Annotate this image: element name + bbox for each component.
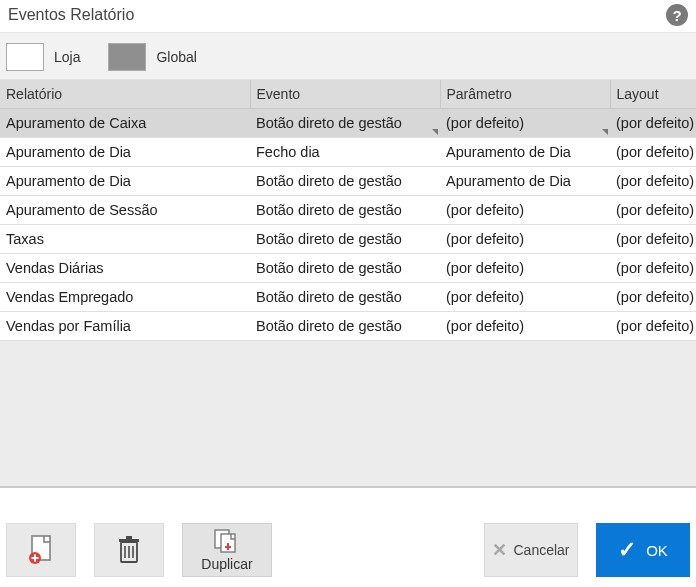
col-parametro[interactable]: Parâmetro	[440, 80, 610, 109]
scope-bar: Loja Global	[0, 33, 696, 80]
window-title: Eventos Relatório	[8, 6, 134, 24]
chevron-down-icon	[602, 129, 608, 135]
cell-layout[interactable]: (por defeito)	[610, 167, 696, 196]
table-area: Relatório Evento Parâmetro Layout Apuram…	[0, 80, 696, 488]
cancel-button[interactable]: ✕ Cancelar	[484, 523, 578, 577]
svg-rect-6	[126, 536, 132, 539]
cell-evento[interactable]: Fecho dia	[250, 138, 440, 167]
cell-layout[interactable]: (por defeito)	[610, 109, 696, 138]
scope-global[interactable]: Global	[108, 43, 196, 71]
reports-table: Relatório Evento Parâmetro Layout Apuram…	[0, 80, 696, 341]
svg-rect-5	[119, 539, 139, 542]
swatch-global	[108, 43, 146, 71]
cell-layout[interactable]: (por defeito)	[610, 225, 696, 254]
titlebar: Eventos Relatório ?	[0, 0, 696, 33]
scope-loja[interactable]: Loja	[6, 43, 80, 71]
col-relatorio[interactable]: Relatório	[0, 80, 250, 109]
cell-layout[interactable]: (por defeito)	[610, 254, 696, 283]
table-row[interactable]: Apuramento de SessãoBotão direto de gest…	[0, 196, 696, 225]
cell-relatorio[interactable]: Apuramento de Dia	[0, 138, 250, 167]
table-row[interactable]: Apuramento de DiaFecho diaApuramento de …	[0, 138, 696, 167]
table-row[interactable]: Vendas por FamíliaBotão direto de gestão…	[0, 312, 696, 341]
table-row[interactable]: Apuramento de DiaBotão direto de gestãoA…	[0, 167, 696, 196]
table-row[interactable]: Apuramento de CaixaBotão direto de gestã…	[0, 109, 696, 138]
cell-parametro[interactable]: (por defeito)	[440, 283, 610, 312]
ok-label: OK	[646, 542, 668, 559]
cell-layout[interactable]: (por defeito)	[610, 196, 696, 225]
cell-relatorio[interactable]: Apuramento de Dia	[0, 167, 250, 196]
chevron-down-icon	[432, 129, 438, 135]
table-body: Apuramento de CaixaBotão direto de gestã…	[0, 109, 696, 341]
cell-parametro[interactable]: (por defeito)	[440, 254, 610, 283]
cancel-x-icon: ✕	[492, 539, 507, 561]
table-header-row: Relatório Evento Parâmetro Layout	[0, 80, 696, 109]
cell-evento[interactable]: Botão direto de gestão	[250, 109, 440, 138]
ok-button[interactable]: ✓ OK	[596, 523, 690, 577]
cell-relatorio[interactable]: Apuramento de Sessão	[0, 196, 250, 225]
cell-relatorio[interactable]: Vendas Diárias	[0, 254, 250, 283]
duplicate-label: Duplicar	[201, 556, 252, 572]
help-icon[interactable]: ?	[666, 4, 688, 26]
cell-relatorio[interactable]: Vendas Empregado	[0, 283, 250, 312]
cell-parametro[interactable]: (por defeito)	[440, 312, 610, 341]
cell-evento[interactable]: Botão direto de gestão	[250, 167, 440, 196]
add-button[interactable]	[6, 523, 76, 577]
cell-parametro[interactable]: (por defeito)	[440, 225, 610, 254]
cell-parametro[interactable]: Apuramento de Dia	[440, 138, 610, 167]
trash-icon	[117, 536, 141, 564]
document-add-icon	[27, 534, 55, 566]
cell-layout[interactable]: (por defeito)	[610, 283, 696, 312]
cell-evento[interactable]: Botão direto de gestão	[250, 283, 440, 312]
cell-parametro[interactable]: Apuramento de Dia	[440, 167, 610, 196]
cell-parametro[interactable]: (por defeito)	[440, 196, 610, 225]
scope-global-label: Global	[156, 49, 196, 65]
cell-parametro[interactable]: (por defeito)	[440, 109, 610, 138]
col-layout[interactable]: Layout	[610, 80, 696, 109]
swatch-loja	[6, 43, 44, 71]
cell-evento[interactable]: Botão direto de gestão	[250, 312, 440, 341]
scope-loja-label: Loja	[54, 49, 80, 65]
table-row[interactable]: TaxasBotão direto de gestão(por defeito)…	[0, 225, 696, 254]
delete-button[interactable]	[94, 523, 164, 577]
cancel-label: Cancelar	[513, 542, 569, 558]
duplicate-icon	[212, 528, 242, 554]
check-icon: ✓	[618, 537, 636, 563]
cell-relatorio[interactable]: Vendas por Família	[0, 312, 250, 341]
cell-relatorio[interactable]: Apuramento de Caixa	[0, 109, 250, 138]
col-evento[interactable]: Evento	[250, 80, 440, 109]
cell-evento[interactable]: Botão direto de gestão	[250, 254, 440, 283]
cell-relatorio[interactable]: Taxas	[0, 225, 250, 254]
cell-evento[interactable]: Botão direto de gestão	[250, 196, 440, 225]
table-row[interactable]: Vendas DiáriasBotão direto de gestão(por…	[0, 254, 696, 283]
cell-evento[interactable]: Botão direto de gestão	[250, 225, 440, 254]
footer-bar: Duplicar ✕ Cancelar ✓ OK	[0, 511, 696, 587]
cell-layout[interactable]: (por defeito)	[610, 312, 696, 341]
table-row[interactable]: Vendas EmpregadoBotão direto de gestão(p…	[0, 283, 696, 312]
cell-layout[interactable]: (por defeito)	[610, 138, 696, 167]
duplicate-button[interactable]: Duplicar	[182, 523, 272, 577]
